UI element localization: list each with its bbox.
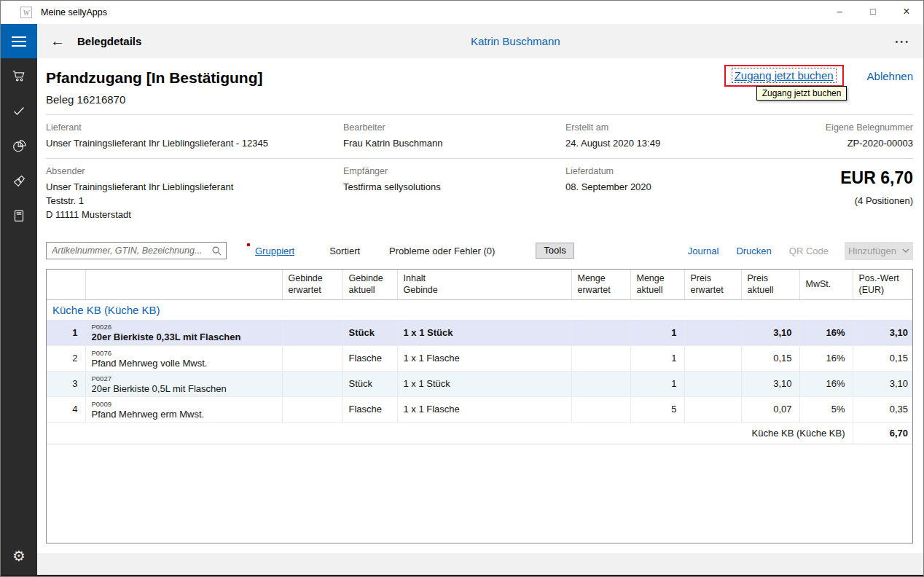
cell-gebinde-erwartet [282, 371, 342, 396]
app-window: W Meine sellyApps – □ × [0, 0, 924, 577]
window-title: Meine sellyApps [41, 7, 107, 17]
field-label-empfaenger: Empfänger [343, 166, 565, 176]
drucken-link[interactable]: Drucken [736, 246, 771, 256]
article-name: Pfand Mehrweg erm Mwst. [92, 409, 276, 420]
cell-gebinde-erwartet [282, 345, 342, 371]
cell-pos-wert: 3,10 [853, 320, 913, 345]
hinzufuegen-dropdown-button[interactable]: Hinzufügen [845, 242, 913, 260]
field-value-belegnummer: ZP-2020-00003 [784, 136, 913, 150]
cart-icon [11, 68, 27, 84]
article-code: P0027 [92, 374, 276, 382]
more-options-button[interactable]: ••• [895, 37, 910, 46]
positions-toolbar: Gruppiert Sortiert Probleme oder Fehler … [46, 241, 913, 260]
settings-button[interactable]: ⚙ [1, 541, 37, 570]
column-header: Menge aktuell [630, 270, 684, 299]
probleme-filter[interactable]: Probleme oder Fehler (0) [389, 246, 495, 256]
sidebar-item-catalog[interactable] [1, 198, 37, 233]
focus-outline: Zugang jetzt buchen [732, 68, 837, 83]
cell-gebinde-erwartet [282, 320, 342, 345]
cell-position-number: 4 [47, 396, 85, 422]
cell-mwst: 16% [799, 320, 853, 345]
table-row[interactable]: 2 P0076 Pfand Mehrweg volle Mwst. Flasch… [47, 345, 913, 371]
cell-pos-wert: 0,15 [853, 345, 913, 371]
gruppiert-toggle[interactable]: Gruppiert [255, 246, 294, 256]
check-icon [11, 103, 27, 119]
cell-mwst: 5% [799, 396, 853, 422]
minimize-button[interactable]: – [823, 1, 856, 24]
cell-gebinde-aktuell: Stück [342, 371, 397, 396]
chevron-down-icon [902, 248, 909, 253]
field-label-absender: Absender [46, 166, 343, 176]
cell-preis-aktuell: 0,15 [741, 345, 799, 371]
cell-position-number: 3 [47, 371, 85, 396]
window-bottom-edge [1, 575, 923, 576]
book-now-tooltip: Zugang jetzt buchen [756, 86, 847, 101]
cell-menge-erwartet [571, 396, 630, 422]
table-row[interactable]: 4 P0009 Pfand Mehrweg erm Mwst. Flasche … [47, 396, 913, 422]
cell-preis-aktuell: 3,10 [741, 320, 799, 345]
book-now-link[interactable]: Zugang jetzt buchen [735, 69, 834, 82]
group-footer-total: 6,70 [853, 422, 913, 444]
table-row[interactable]: 1 P0026 20er Bierkiste 0,33L mit Flasche… [47, 320, 913, 345]
table-header-row: Gebinde erwartetGebinde aktuellInhalt Ge… [47, 270, 913, 299]
positions-table: Gebinde erwartetGebinde aktuellInhalt Ge… [46, 269, 913, 543]
field-label-lieferdatum: Lieferdatum [565, 166, 784, 176]
sortiert-toggle[interactable]: Sortiert [329, 246, 360, 256]
table-row[interactable]: 3 P0027 20er Bierkiste 0,5L mit Flaschen… [47, 371, 913, 396]
title-bar: W Meine sellyApps – □ × [1, 1, 923, 24]
field-value-empfaenger: Testfirma sellysolutions [343, 180, 565, 194]
cell-inhalt-gebinde: 1 x 1 Stück [397, 371, 571, 396]
field-value-absender-1: Unser Trainingslieferant Ihr Lieblingsli… [46, 180, 343, 194]
hamburger-menu-button[interactable] [1, 24, 37, 58]
cell-pos-wert: 3,10 [853, 371, 913, 396]
journal-link[interactable]: Journal [688, 246, 719, 256]
tools-button[interactable]: Tools [536, 243, 573, 259]
cell-preis-erwartet [684, 371, 741, 396]
cell-menge-aktuell: 1 [630, 320, 684, 345]
field-value-absender-2: Teststr. 1 [46, 194, 343, 208]
field-value-absender-3: D 11111 Musterstadt [46, 208, 343, 221]
cell-article: P0009 Pfand Mehrweg erm Mwst. [85, 396, 282, 422]
sidebar-item-offers[interactable] [1, 163, 37, 198]
qr-code-link-disabled: QR Code [789, 246, 829, 256]
cell-menge-aktuell: 1 [630, 371, 684, 396]
sidebar-item-tasks[interactable] [1, 93, 37, 128]
pie-chart-icon [11, 138, 27, 154]
total-positions: (4 Positionen) [784, 195, 913, 206]
field-label-belegnummer: Eigene Belegnummer [784, 122, 913, 133]
sidebar-item-reports[interactable] [1, 128, 37, 163]
back-button[interactable]: ← [47, 33, 68, 50]
maximize-button[interactable]: □ [856, 1, 890, 24]
close-button[interactable]: × [890, 1, 923, 24]
field-value-erstellt-am: 24. August 2020 13:49 [565, 136, 784, 150]
cell-gebinde-aktuell: Flasche [342, 396, 397, 422]
gruppiert-modified-marker [247, 243, 250, 246]
sidebar-item-cart[interactable] [1, 58, 37, 93]
cell-gebinde-erwartet [282, 396, 342, 422]
cell-inhalt-gebinde: 1 x 1 Flasche [397, 396, 571, 422]
reject-link[interactable]: Ablehnen [867, 70, 913, 82]
cell-preis-aktuell: 0,07 [741, 396, 799, 422]
column-header [85, 270, 282, 299]
user-name-link[interactable]: Katrin Buschmann [471, 35, 560, 47]
article-code: P0026 [92, 323, 276, 331]
article-name: Pfand Mehrweg volle Mwst. [92, 358, 276, 369]
column-header: Pos.-Wert (EUR) [853, 270, 913, 299]
column-header: MwSt. [799, 270, 853, 299]
cell-menge-aktuell: 5 [630, 396, 684, 422]
total-amount: EUR 6,70 [784, 168, 913, 188]
cell-article: P0027 20er Bierkiste 0,5L mit Flaschen [85, 371, 282, 396]
app-header: ← Belegdetails Katrin Buschmann ••• [37, 24, 923, 58]
column-header: Preis erwartet [684, 270, 741, 299]
article-name: 20er Bierkiste 0,33L mit Flaschen [92, 331, 276, 342]
group-footer-row: Küche KB (Küche KB) 6,70 [47, 422, 913, 444]
app-icon: W [20, 7, 32, 18]
article-code: P0009 [92, 400, 276, 408]
cell-menge-aktuell: 1 [630, 345, 684, 371]
field-value-bearbeiter: Frau Katrin Buschmann [343, 136, 565, 150]
column-header [47, 270, 85, 299]
search-input[interactable] [46, 242, 227, 259]
column-header: Inhalt Gebinde [397, 270, 571, 299]
field-label-bearbeiter: Bearbeiter [343, 122, 565, 133]
group-header-label: Küche KB (Küche KB) [47, 299, 913, 320]
